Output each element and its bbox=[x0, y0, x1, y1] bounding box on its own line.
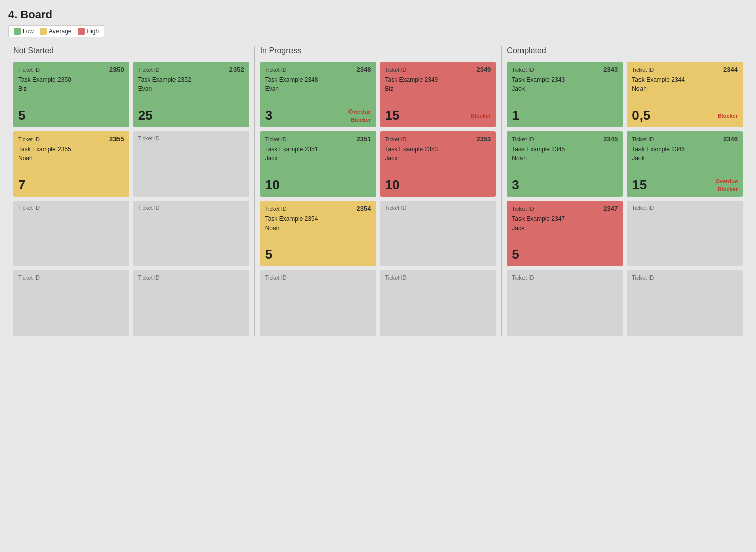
card-header: Ticket ID2349 bbox=[385, 66, 491, 73]
card-points: 3 bbox=[265, 107, 272, 123]
card-assignee: Biz bbox=[385, 85, 491, 92]
card-assignee: Noah bbox=[18, 155, 124, 162]
card-title: Task Example 2354 bbox=[265, 215, 371, 223]
card-footer: 5 bbox=[265, 247, 371, 262]
ticket-id-value: 2345 bbox=[603, 135, 618, 143]
card-footer: 15Blocker bbox=[385, 107, 491, 123]
card-footer: 5 bbox=[18, 107, 124, 123]
card-assignee: Jack bbox=[632, 155, 738, 162]
ticket-id-value: 2348 bbox=[357, 66, 371, 73]
ticket-id-label: Ticket ID bbox=[632, 136, 654, 142]
task-card[interactable]: Ticket ID2349Task Example 2349Biz15Block… bbox=[380, 62, 496, 127]
card-title: Task Example 2345 bbox=[512, 146, 618, 153]
ticket-id-label: Ticket ID bbox=[265, 136, 287, 142]
card-footer: 5 bbox=[512, 247, 618, 262]
legend-item: Average bbox=[40, 28, 71, 35]
ticket-id-label: Ticket ID bbox=[133, 131, 249, 145]
ticket-id-value: 2349 bbox=[476, 66, 491, 73]
task-card[interactable]: Ticket ID2354Task Example 2354Noah5 bbox=[260, 201, 376, 266]
ticket-id-label: Ticket ID bbox=[138, 67, 160, 73]
legend-color-box bbox=[78, 28, 85, 35]
card-points: 5 bbox=[265, 247, 272, 262]
task-card[interactable]: Ticket ID2351Task Example 2351Jack10 bbox=[260, 131, 376, 197]
card-title: Task Example 2348 bbox=[265, 76, 371, 83]
page-title: 4. Board bbox=[8, 8, 748, 21]
card-assignee: Noah bbox=[265, 225, 371, 232]
ticket-id-label: Ticket ID bbox=[507, 270, 623, 285]
ticket-id-value: 2353 bbox=[476, 135, 491, 143]
card-title: Task Example 2355 bbox=[18, 146, 124, 153]
legend-color-box bbox=[40, 28, 47, 35]
legend-item: Low bbox=[14, 28, 34, 35]
card-title: Task Example 2346 bbox=[632, 146, 738, 153]
task-card[interactable]: Ticket ID2343Task Example 2343Jack1 bbox=[507, 62, 623, 127]
card-header: Ticket ID2353 bbox=[385, 135, 491, 143]
card-points: 3 bbox=[512, 177, 519, 193]
ticket-id-value: 2355 bbox=[109, 135, 124, 143]
task-card[interactable]: Ticket ID2352Task Example 2352Evan25 bbox=[133, 62, 249, 127]
task-card[interactable]: Ticket ID2346Task Example 2346Jack15Over… bbox=[627, 131, 743, 197]
ticket-id-label: Ticket ID bbox=[627, 201, 743, 215]
ticket-id-value: 2344 bbox=[723, 66, 738, 73]
legend: LowAverageHigh bbox=[8, 25, 104, 37]
ticket-id-value: 2352 bbox=[229, 66, 244, 73]
card-header: Ticket ID2355 bbox=[18, 135, 124, 143]
ticket-id-label: Ticket ID bbox=[380, 201, 496, 215]
card-footer: 10 bbox=[385, 177, 491, 193]
ticket-id-label: Ticket ID bbox=[380, 270, 496, 285]
column-group: CompletedTicket ID2343Task Example 2343J… bbox=[502, 46, 748, 336]
card-header: Ticket ID2351 bbox=[265, 135, 371, 143]
task-card[interactable]: Ticket ID2345Task Example 2345Noah3 bbox=[507, 131, 623, 197]
card-points: 10 bbox=[385, 177, 400, 193]
column-title: In Progress bbox=[260, 46, 496, 56]
ticket-id-label: Ticket ID bbox=[265, 206, 287, 212]
cards-grid: Ticket ID2350Task Example 2350Biz5Ticket… bbox=[13, 62, 249, 336]
task-card[interactable]: Ticket ID2344Task Example 2344Noah0,5Blo… bbox=[627, 62, 743, 127]
column-group: Not StartedTicket ID2350Task Example 235… bbox=[8, 46, 255, 336]
card-assignee: Jack bbox=[512, 85, 618, 92]
card-points: 15 bbox=[632, 177, 647, 193]
column-title: Completed bbox=[507, 46, 743, 56]
card-title: Task Example 2353 bbox=[385, 146, 491, 153]
card-footer: 7 bbox=[18, 177, 124, 193]
card-tags: Blocker bbox=[718, 113, 738, 119]
column-title: Not Started bbox=[13, 46, 249, 56]
cards-grid: Ticket ID2348Task Example 2348Evan3Overd… bbox=[260, 62, 496, 336]
card-header: Ticket ID2354 bbox=[265, 205, 371, 212]
ticket-id-value: 2346 bbox=[723, 135, 738, 143]
tag-blocker: Blocker bbox=[718, 186, 738, 192]
card-assignee: Noah bbox=[632, 85, 738, 92]
card-points: 0,5 bbox=[632, 107, 650, 123]
ticket-id-label: Ticket ID bbox=[18, 136, 40, 142]
cards-grid: Ticket ID2343Task Example 2343Jack1Ticke… bbox=[507, 62, 743, 336]
legend-label: Low bbox=[23, 28, 34, 35]
ticket-id-label: Ticket ID bbox=[13, 201, 129, 215]
card-empty: Ticket ID bbox=[133, 131, 249, 197]
card-footer: 1 bbox=[512, 107, 618, 123]
task-card[interactable]: Ticket ID2348Task Example 2348Evan3Overd… bbox=[260, 62, 376, 127]
card-points: 5 bbox=[18, 107, 25, 123]
card-points: 7 bbox=[18, 177, 25, 193]
ticket-id-label: Ticket ID bbox=[18, 67, 40, 73]
card-header: Ticket ID2343 bbox=[512, 66, 618, 73]
ticket-id-label: Ticket ID bbox=[133, 201, 249, 215]
tag-overdue: Overdue bbox=[348, 108, 371, 115]
card-header: Ticket ID2344 bbox=[632, 66, 738, 73]
ticket-id-label: Ticket ID bbox=[632, 67, 654, 73]
card-assignee: Evan bbox=[138, 85, 244, 92]
ticket-id-value: 2343 bbox=[603, 66, 618, 73]
task-card[interactable]: Ticket ID2355Task Example 2355Noah7 bbox=[13, 131, 129, 197]
legend-label: Average bbox=[49, 28, 71, 35]
card-empty: Ticket ID bbox=[13, 270, 129, 336]
card-points: 25 bbox=[138, 107, 153, 123]
card-empty: Ticket ID bbox=[627, 270, 743, 336]
task-card[interactable]: Ticket ID2347Task Example 2347Jack5 bbox=[507, 201, 623, 266]
card-footer: 10 bbox=[265, 177, 371, 193]
card-empty: Ticket ID bbox=[133, 201, 249, 266]
card-footer: 15OverdueBlocker bbox=[632, 177, 738, 193]
task-card[interactable]: Ticket ID2353Task Example 2353Jack10 bbox=[380, 131, 496, 197]
task-card[interactable]: Ticket ID2350Task Example 2350Biz5 bbox=[13, 62, 129, 127]
card-empty: Ticket ID bbox=[133, 270, 249, 336]
ticket-id-value: 2354 bbox=[357, 205, 371, 212]
card-tags: OverdueBlocker bbox=[348, 108, 371, 123]
